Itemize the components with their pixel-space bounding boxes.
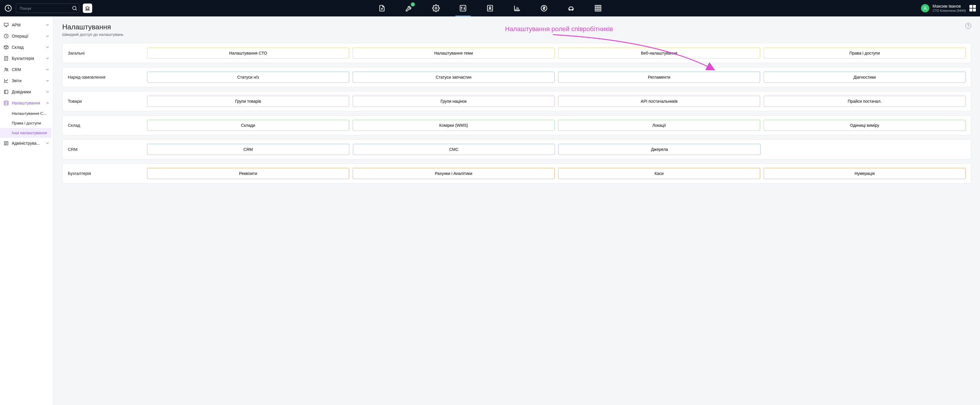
help-icon[interactable]: ? [965, 23, 971, 29]
settings-tile[interactable]: Регламенти [558, 71, 760, 83]
receipt-icon [3, 56, 9, 61]
list-icon [3, 141, 9, 146]
money-icon[interactable] [538, 2, 550, 15]
clock-icon [3, 33, 9, 39]
settings-tile[interactable]: Каси [558, 168, 760, 179]
tile-row: СкладиКомірки (WMS)ЛокаціїОдиниці виміру [147, 120, 966, 131]
settings-tile[interactable]: Локації [558, 120, 760, 131]
settings-tile[interactable]: Групи товарів [147, 96, 349, 107]
grid-icon[interactable] [592, 2, 605, 15]
settings-tile[interactable]: CRM [147, 144, 349, 155]
sidebar-item-warehouse[interactable]: Склад [0, 42, 53, 53]
sidebar-item-label: Налаштування [12, 101, 40, 105]
page-subtitle: Швидкий доступ до налаштувань [62, 32, 971, 37]
settings-tile[interactable]: Статуси н/з [147, 71, 349, 83]
settings-section: БухгалтеріяРеквізитиРахунки і АналітикиК… [62, 164, 971, 183]
settings-tile[interactable]: Склади [147, 120, 349, 131]
wrench-icon[interactable]: 3 [402, 2, 415, 15]
settings-tile[interactable]: Нумерація [764, 168, 966, 179]
chevron-down-icon [46, 56, 49, 60]
tile-spacer [764, 144, 966, 155]
chevron-down-icon [46, 34, 49, 38]
settings-tile[interactable]: Права і доступи [764, 48, 966, 59]
search-input[interactable] [16, 3, 79, 13]
section-label: Бухгалтерія [68, 171, 141, 176]
sidebar-sub-other-settings[interactable]: Інші налаштування [0, 128, 51, 138]
settings-section: CRMCRMСМСДжерела [62, 140, 971, 159]
users-icon [3, 67, 9, 72]
section-label: Загальні [68, 51, 141, 56]
tile-row: CRMСМСДжерела [147, 144, 966, 155]
bank-button[interactable] [83, 3, 92, 13]
settings-tile[interactable]: Джерела [558, 144, 761, 155]
chevron-down-icon [46, 90, 49, 94]
sidebar-sub-settings-sto[interactable]: Налаштування С... [0, 109, 53, 118]
bank-icon [85, 6, 90, 11]
sidebar-item-settings[interactable]: Налаштування [0, 97, 53, 109]
tile-row: Статуси н/зСтатуси запчастинРегламентиДі… [147, 71, 966, 83]
sidebar-item-crm[interactable]: CRM [0, 64, 53, 75]
settings-tile[interactable]: Рахунки і Аналітики [353, 168, 555, 179]
contact-icon[interactable] [484, 2, 496, 15]
settings-tile[interactable]: Налаштування теми [353, 48, 555, 59]
settings-section: ЗагальніНалаштування СТОНалаштування тем… [62, 43, 971, 63]
sidebar-item-label: АРМ [12, 22, 21, 27]
topbar: 3 Максим Іванов СТО Клекотина (9444 [0, 0, 980, 16]
sidebar-item-reports[interactable]: Звіти [0, 75, 53, 86]
svg-rect-9 [595, 5, 601, 11]
chevron-down-icon [46, 68, 49, 71]
user-block[interactable]: Максим Іванов СТО Клекотина (9444) [933, 4, 966, 13]
sidebar-item-accounting[interactable]: Бухгалтерія [0, 53, 53, 64]
chevron-down-icon [46, 141, 49, 145]
layout: АРМ Операції Склад Бухгалтерія CRM Звіти [0, 16, 980, 405]
main: Налаштування Швидкий доступ до налаштува… [53, 16, 980, 405]
tile-row: Групи товарівГрупи націнокAPI постачальн… [147, 96, 966, 107]
settings-tile[interactable]: API постачальників [558, 96, 760, 107]
sidebar-item-label: Операції [12, 34, 29, 38]
svg-rect-11 [4, 23, 8, 26]
chevron-up-icon [46, 101, 49, 105]
svg-point-1 [73, 6, 76, 10]
svg-rect-17 [4, 101, 8, 105]
sidebar-sub-rights[interactable]: Права і доступи [0, 118, 53, 128]
sidebar-item-admin[interactable]: Адмініструва... [0, 138, 53, 149]
svg-point-15 [7, 69, 8, 70]
settings-tile[interactable]: Одиниці виміру [764, 120, 966, 131]
settings-tile[interactable]: Комірки (WMS) [353, 120, 555, 131]
sidebar-item-label: Склад [12, 45, 24, 49]
apps-icon[interactable] [969, 5, 976, 11]
gear-icon[interactable] [430, 2, 442, 15]
settings-section: ТовариГрупи товарівГрупи націнокAPI пост… [62, 91, 971, 111]
settings-tile[interactable]: СМС [353, 144, 555, 155]
settings-tile[interactable]: Групи націнок [353, 96, 555, 107]
settings-tile[interactable]: Реквізити [147, 168, 349, 179]
chevron-down-icon [46, 45, 49, 49]
section-label: CRM [68, 147, 141, 152]
svg-point-14 [5, 68, 6, 70]
chart-icon[interactable] [511, 2, 523, 15]
sliders-icon[interactable] [457, 2, 469, 15]
avatar[interactable] [921, 4, 929, 12]
sidebar-item-arm[interactable]: АРМ [0, 19, 53, 30]
settings-tile[interactable]: Діагностики [764, 71, 966, 83]
section-label: Склад [68, 123, 141, 128]
search-icon[interactable] [72, 5, 78, 11]
new-doc-icon[interactable] [375, 2, 388, 15]
settings-tile[interactable]: Веб-налаштування [558, 48, 760, 59]
car-icon[interactable] [565, 2, 578, 15]
settings-section: Наряд-замовленняСтатуси н/зСтатуси запча… [62, 67, 971, 87]
sidebar-item-operations[interactable]: Операції [0, 30, 53, 42]
svg-point-5 [489, 7, 491, 8]
topbar-center: 3 [375, 2, 605, 15]
user-org: СТО Клекотина (9444) [933, 9, 966, 13]
monitor-icon [3, 22, 9, 28]
section-label: Товари [68, 99, 141, 103]
sidebar-item-label: Адмініструва... [12, 141, 40, 146]
settings-tile[interactable]: Налаштування СТО [147, 48, 349, 59]
notification-badge: 3 [411, 2, 415, 6]
page-title: Налаштування [62, 23, 971, 31]
settings-tile[interactable]: Прайси постачал. [764, 96, 966, 107]
sidebar-item-directories[interactable]: Довідники [0, 86, 53, 97]
svg-rect-16 [5, 90, 8, 94]
settings-tile[interactable]: Статуси запчастин [353, 71, 555, 83]
